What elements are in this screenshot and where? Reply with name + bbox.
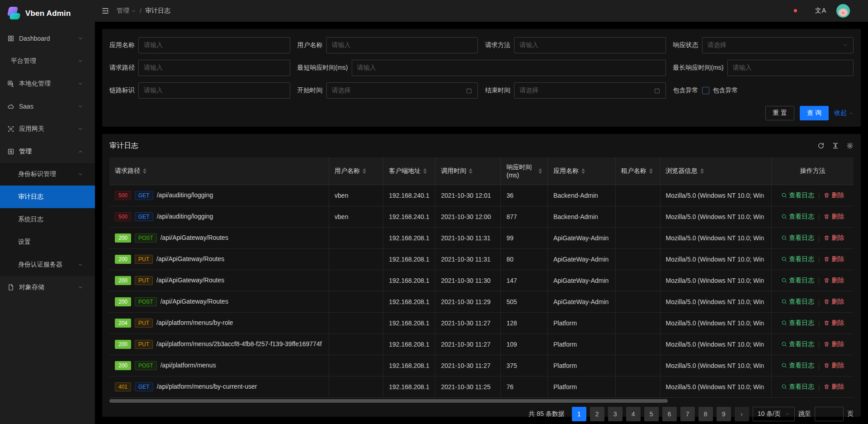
view-log-button[interactable]: 查看日志 bbox=[781, 298, 814, 306]
sort-carets-icon[interactable] bbox=[700, 168, 704, 174]
page-size-select[interactable]: 10 条/页 bbox=[753, 407, 795, 421]
reset-button[interactable]: 重 置 bbox=[765, 106, 794, 120]
page-button-3[interactable]: 3 bbox=[608, 407, 623, 421]
input-请求路径[interactable]: 请输入 bbox=[138, 60, 290, 76]
sidebar-item-应用网关[interactable]: 应用网关 bbox=[0, 118, 95, 140]
view-search-icon bbox=[781, 362, 787, 368]
cell-actions: 查看日志删除 bbox=[772, 270, 854, 291]
menu-fold-icon[interactable] bbox=[101, 7, 109, 15]
collapse-link[interactable]: 收起 bbox=[834, 109, 854, 117]
sidebar-item-系统日志[interactable]: 系统日志 bbox=[0, 208, 95, 231]
table-row: 200PUT/api/ApiGateway/Routes192.168.208.… bbox=[109, 249, 854, 270]
delete-button[interactable]: 删除 bbox=[824, 191, 844, 200]
view-log-button[interactable]: 查看日志 bbox=[781, 234, 814, 242]
view-log-button[interactable]: 查看日志 bbox=[781, 255, 814, 263]
sidebar-item-label: Dashboard bbox=[19, 35, 78, 42]
sidebar-item-对象存储[interactable]: 对象存储 bbox=[0, 276, 95, 299]
sort-carets-icon[interactable] bbox=[649, 168, 653, 174]
sidebar-item-身份标识管理[interactable]: 身份标识管理 bbox=[0, 163, 95, 186]
logo[interactable]: Vben Admin bbox=[0, 0, 95, 27]
delete-button[interactable]: 删除 bbox=[824, 255, 844, 263]
input-用户名称[interactable]: 请输入 bbox=[326, 37, 478, 53]
sort-carets-icon[interactable] bbox=[363, 168, 366, 174]
delete-button[interactable]: 删除 bbox=[824, 213, 844, 221]
delete-button[interactable]: 删除 bbox=[824, 276, 844, 285]
page-button-6[interactable]: 6 bbox=[662, 407, 677, 421]
sort-carets-icon[interactable] bbox=[581, 168, 585, 174]
page-button-4[interactable]: 4 bbox=[626, 407, 641, 421]
table-row: 204PUT/api/platform/menus/by-role192.168… bbox=[109, 313, 854, 334]
view-log-button[interactable]: 查看日志 bbox=[781, 191, 814, 200]
column-header-调用时间[interactable]: 调用时间 bbox=[435, 157, 501, 185]
view-log-button[interactable]: 查看日志 bbox=[781, 340, 814, 348]
cell-call-time: 2021-10-30 12:00 bbox=[435, 206, 501, 228]
column-settings-icon[interactable] bbox=[846, 142, 854, 149]
table-row: 200POST/api/ApiGateway/Routes192.168.208… bbox=[109, 291, 854, 313]
request-path: /api/platform/menus/by-current-user bbox=[157, 383, 257, 390]
page-button-1[interactable]: 1 bbox=[572, 407, 586, 421]
sort-carets-icon[interactable] bbox=[423, 168, 427, 174]
sidebar-item-审计日志[interactable]: 审计日志 bbox=[0, 186, 95, 208]
sidebar-item-Dashboard[interactable]: Dashboard bbox=[0, 27, 95, 50]
jump-page-input[interactable] bbox=[815, 407, 844, 421]
cell-actions: 查看日志删除 bbox=[772, 206, 854, 228]
column-header-客户端地址[interactable]: 客户端地址 bbox=[383, 157, 435, 185]
scrollbar-thumb[interactable] bbox=[109, 399, 668, 403]
sidebar-item-平台管理[interactable]: 平台管理 bbox=[0, 50, 95, 72]
refresh-icon[interactable] bbox=[817, 142, 825, 149]
search-button[interactable]: 查 询 bbox=[800, 106, 829, 120]
locale-icon[interactable]: 文A bbox=[815, 7, 826, 15]
delete-button[interactable]: 删除 bbox=[824, 340, 844, 348]
status-badge: 401 bbox=[115, 382, 131, 391]
page-button-8[interactable]: 8 bbox=[698, 407, 713, 421]
column-header-用户名称[interactable]: 用户名称 bbox=[329, 157, 383, 185]
gateway-icon bbox=[7, 125, 14, 133]
breadcrumb-parent[interactable]: 管理 bbox=[117, 7, 136, 15]
column-header-应用名称[interactable]: 应用名称 bbox=[547, 157, 615, 185]
delete-button[interactable]: 删除 bbox=[824, 298, 844, 306]
row-height-icon[interactable] bbox=[832, 142, 839, 149]
chevron-down-icon bbox=[78, 172, 83, 177]
date-picker-开始时间[interactable]: 请选择 bbox=[326, 82, 478, 99]
sidebar-item-设置[interactable]: 设置 bbox=[0, 231, 95, 253]
view-log-button[interactable]: 查看日志 bbox=[781, 362, 814, 370]
column-label: 用户名称 bbox=[335, 167, 360, 175]
column-header-租户名称[interactable]: 租户名称 bbox=[615, 157, 660, 185]
input-请求方法[interactable]: 请输入 bbox=[514, 37, 666, 53]
column-header-响应时间(ms)[interactable]: 响应时间(ms) bbox=[501, 157, 548, 185]
next-page-button[interactable]: › bbox=[735, 407, 749, 421]
include-exception-checkbox[interactable] bbox=[702, 87, 709, 94]
page-button-7[interactable]: 7 bbox=[680, 407, 695, 421]
input-应用名称[interactable]: 请输入 bbox=[138, 37, 290, 53]
cell-response-time: 147 bbox=[501, 270, 548, 291]
sort-carets-icon[interactable] bbox=[469, 168, 472, 174]
cell-request-path: 500GET/api/auditing/logging bbox=[109, 185, 329, 206]
sidebar-item-管理[interactable]: 管理 bbox=[0, 140, 95, 163]
view-log-button[interactable]: 查看日志 bbox=[781, 319, 814, 327]
input-链路标识[interactable]: 请输入 bbox=[138, 82, 290, 99]
horizontal-scrollbar[interactable] bbox=[109, 399, 854, 403]
date-picker-结束时间[interactable]: 请选择 bbox=[514, 82, 666, 99]
column-header-浏览器信息[interactable]: 浏览器信息 bbox=[660, 157, 772, 185]
view-log-button[interactable]: 查看日志 bbox=[781, 213, 814, 221]
input-最短响应时间(ms)[interactable]: 请输入 bbox=[352, 60, 666, 76]
view-log-button[interactable]: 查看日志 bbox=[781, 276, 814, 285]
input-最长响应时间(ms)[interactable]: 请输入 bbox=[727, 60, 854, 76]
delete-button[interactable]: 删除 bbox=[824, 383, 844, 391]
page-button-5[interactable]: 5 bbox=[644, 407, 659, 421]
avatar[interactable] bbox=[836, 4, 850, 18]
sidebar-item-本地化管理[interactable]: 本地化管理 bbox=[0, 72, 95, 95]
sidebar-item-身份认证服务器[interactable]: 身份认证服务器 bbox=[0, 253, 95, 276]
delete-button[interactable]: 删除 bbox=[824, 362, 844, 370]
sidebar-item-Saas[interactable]: Saas bbox=[0, 95, 95, 118]
sort-carets-icon[interactable] bbox=[143, 168, 146, 174]
delete-button[interactable]: 删除 bbox=[824, 234, 844, 242]
page-button-9[interactable]: 9 bbox=[717, 407, 731, 421]
delete-button[interactable]: 删除 bbox=[824, 319, 844, 327]
page-button-2[interactable]: 2 bbox=[590, 407, 604, 421]
action-divider bbox=[819, 385, 819, 391]
select-响应状态[interactable]: 请选择 bbox=[702, 37, 854, 53]
column-header-请求路径[interactable]: 请求路径 bbox=[109, 157, 329, 185]
sort-carets-icon[interactable] bbox=[538, 168, 542, 174]
view-log-button[interactable]: 查看日志 bbox=[781, 383, 814, 391]
